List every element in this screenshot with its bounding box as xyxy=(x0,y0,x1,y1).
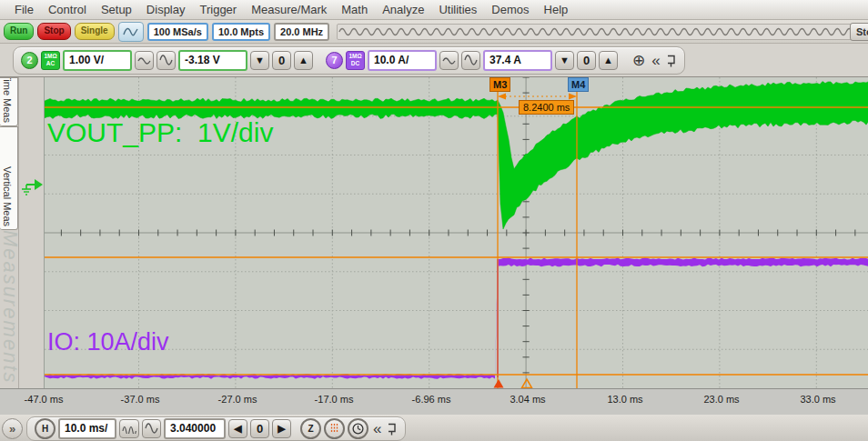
position-left-button[interactable]: ◀ xyxy=(228,419,247,438)
stop-clipped-button[interactable]: Stop xyxy=(850,23,868,41)
clock-button[interactable] xyxy=(348,418,368,439)
pin-toolbar-icon[interactable] xyxy=(386,422,398,436)
channel-7-coupling: DC xyxy=(351,60,359,67)
menu-item-file[interactable]: File xyxy=(7,1,41,18)
x-axis-tick: -6.96 ms xyxy=(412,394,451,405)
menu-item-math[interactable]: Math xyxy=(334,1,375,18)
zoom-mode-button[interactable]: Z xyxy=(300,418,321,439)
x-axis-tick: 3.04 ms xyxy=(510,394,545,405)
x-axis-tick: -27.0 ms xyxy=(218,394,257,405)
menu-item-display[interactable]: Display xyxy=(139,1,193,18)
oscilloscope-window: File Control Setup Display Trigger Measu… xyxy=(0,0,868,441)
sine-icon xyxy=(464,55,478,65)
marker-m4-tag[interactable]: M4 xyxy=(568,77,589,92)
channel-2-offset-zero-button[interactable]: 0 xyxy=(272,51,291,70)
position-right-button[interactable]: ▶ xyxy=(272,419,291,438)
collapse-toolbar-icon[interactable]: « xyxy=(650,53,661,68)
channel-panel: 2 1MΩ AC 1.00 V/ -3.18 V ▼ 0 ▲ 7 1MΩ xyxy=(13,46,685,75)
timebase-slow-button[interactable] xyxy=(142,419,161,438)
channel-7-scale-fine-button[interactable] xyxy=(439,51,459,70)
menu-item-help[interactable]: Help xyxy=(537,1,576,18)
clock-icon xyxy=(352,423,364,435)
channel-7-offset-field[interactable]: 37.4 A xyxy=(483,50,552,71)
waveform-snapshot-button[interactable] xyxy=(118,22,144,42)
channel-2-scale-coarse-button[interactable] xyxy=(156,51,176,70)
channel-2-scale-field[interactable]: 1.00 V/ xyxy=(63,50,132,71)
double-sine-icon xyxy=(122,424,136,434)
channel-2-scale-fine-button[interactable] xyxy=(135,51,154,70)
channel-2-coupling: AC xyxy=(46,60,55,67)
scope-workspace: Time Meas Vertical Meas Measurements T xyxy=(0,77,868,388)
stop-button[interactable]: Stop xyxy=(37,23,70,40)
expand-panel-button[interactable]: » xyxy=(2,418,23,439)
channel-2-badge[interactable]: 2 xyxy=(21,52,38,69)
menu-item-setup[interactable]: Setup xyxy=(94,1,139,18)
pin-toolbar-icon[interactable] xyxy=(665,54,677,67)
menu-item-measure-mark[interactable]: Measure/Mark xyxy=(244,1,334,18)
channel-2-offset-up-button[interactable]: ▲ xyxy=(294,51,313,70)
channel-2-offset-field[interactable]: -3.18 V xyxy=(178,50,247,71)
channel-7-scale-field[interactable]: 10.0 A/ xyxy=(368,50,437,71)
channel-2-offset-down-button[interactable]: ▼ xyxy=(250,51,269,70)
x-axis-tick: -37.0 ms xyxy=(121,394,160,405)
add-channel-icon[interactable]: ⊕ xyxy=(631,53,647,68)
channel-7-coupling-badge[interactable]: 1MΩ DC xyxy=(346,51,365,70)
horizontal-menu-button[interactable]: H xyxy=(35,418,56,439)
tab-time-meas[interactable]: Time Meas xyxy=(0,77,18,126)
single-button[interactable]: Single xyxy=(75,23,115,40)
markers-button[interactable] xyxy=(324,418,345,439)
menu-item-trigger[interactable]: Trigger xyxy=(192,1,244,18)
menu-item-control[interactable]: Control xyxy=(41,1,94,18)
menu-bar: File Control Setup Display Trigger Measu… xyxy=(0,0,868,20)
marker-delta-readout[interactable]: 8.2400 ms xyxy=(519,100,574,115)
timebase-fast-button[interactable] xyxy=(119,419,139,438)
channel-2-coupling-badge[interactable]: 1MΩ AC xyxy=(41,51,60,70)
wave-icon xyxy=(123,26,139,37)
acquisition-wave-strip xyxy=(337,24,861,40)
channel-7-offset-down-button[interactable]: ▼ xyxy=(555,51,574,70)
channel-2-ground-marker-icon[interactable] xyxy=(19,174,44,195)
plot-left-margin: T xyxy=(19,77,44,388)
waveform-canvas[interactable] xyxy=(45,77,868,388)
acquisition-toolbar: Run Stop Single 100 MSa/s 10.0 Mpts 20.0… xyxy=(0,20,868,44)
x-axis-tick: -47.0 ms xyxy=(25,394,64,405)
timebase-panel: H 10.0 ms/ 3.040000 ◀ 0 ▶ Z xyxy=(26,416,406,441)
dashed-markers-icon xyxy=(329,423,339,434)
sine-icon xyxy=(159,55,173,65)
channel-7-impedance: 1MΩ xyxy=(348,53,361,60)
timebase-scale-field[interactable]: 10.0 ms/ xyxy=(58,418,116,439)
channel-7-scale-coarse-button[interactable] xyxy=(461,51,480,70)
channel-2-impedance: 1MΩ xyxy=(44,53,56,60)
tab-vertical-meas[interactable]: Vertical Meas xyxy=(0,126,18,230)
sine-icon xyxy=(145,423,158,434)
x-axis-tick: 33.0 ms xyxy=(800,394,835,405)
horizontal-position-field[interactable]: 3.040000 xyxy=(164,418,226,439)
waveform-display[interactable]: VOUT_PP: 1V/div IO: 10A/div M3 M4 8.2400… xyxy=(44,77,868,388)
bandwidth-field[interactable]: 20.0 MHz xyxy=(274,23,329,41)
channel-7-offset-zero-button[interactable]: 0 xyxy=(577,51,596,70)
run-button[interactable]: Run xyxy=(4,23,34,40)
menu-item-demos[interactable]: Demos xyxy=(484,1,536,18)
marker-m3-tag[interactable]: M3 xyxy=(490,77,510,92)
measurement-sidebar: Time Meas Vertical Meas Measurements xyxy=(0,77,19,388)
menu-item-utilities[interactable]: Utilities xyxy=(431,1,484,18)
sample-rate-field[interactable]: 100 MSa/s xyxy=(147,23,208,41)
time-axis: -47.0 ms -37.0 ms -27.0 ms -17.0 ms -6.9… xyxy=(0,388,868,415)
channel-toolbar: 2 1MΩ AC 1.00 V/ -3.18 V ▼ 0 ▲ 7 1MΩ xyxy=(0,44,868,77)
horizontal-toolbar: » H 10.0 ms/ 3.040000 ◀ 0 ▶ Z xyxy=(0,415,868,441)
sine-strip-icon xyxy=(338,25,860,38)
channel-7-badge[interactable]: 7 xyxy=(326,52,343,69)
collapse-toolbar-icon[interactable]: « xyxy=(371,421,383,436)
menu-item-analyze[interactable]: Analyze xyxy=(375,1,431,18)
position-zero-button[interactable]: 0 xyxy=(250,419,269,438)
x-axis-tick: -17.0 ms xyxy=(315,394,354,405)
small-sine-icon xyxy=(442,55,456,65)
channel-7-offset-up-button[interactable]: ▲ xyxy=(599,51,618,70)
memory-depth-field[interactable]: 10.0 Mpts xyxy=(212,23,270,41)
x-axis-tick: 23.0 ms xyxy=(703,394,739,405)
tab-vertical-meas-label: Vertical Meas xyxy=(2,166,13,226)
small-sine-icon xyxy=(137,55,151,65)
tab-time-meas-label: Time Meas xyxy=(2,77,13,123)
x-axis-tick: 13.0 ms xyxy=(607,394,642,405)
